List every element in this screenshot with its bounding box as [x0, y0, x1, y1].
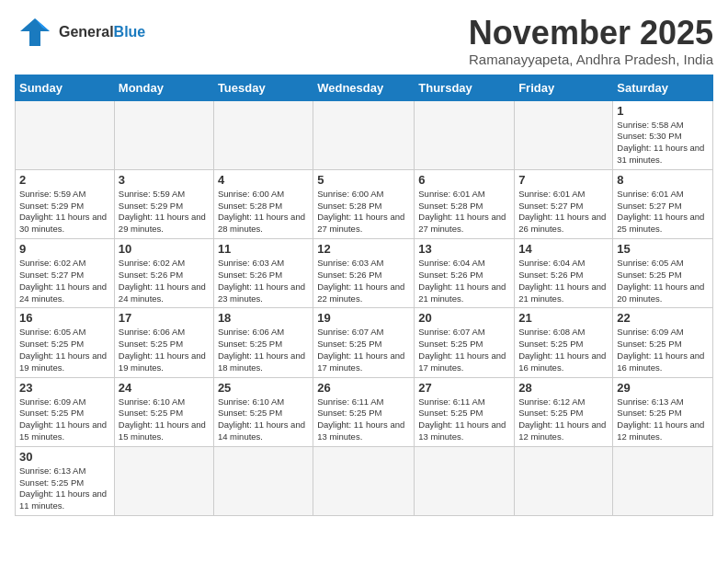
- cell-sun-info: Sunrise: 6:10 AMSunset: 5:25 PMDaylight:…: [119, 396, 210, 443]
- svg-marker-0: [20, 18, 50, 46]
- weekday-header-saturday: Saturday: [613, 75, 713, 100]
- cell-sun-info: Sunrise: 6:06 AMSunset: 5:25 PMDaylight:…: [218, 327, 309, 373]
- cell-sun-info: Sunrise: 6:13 AMSunset: 5:25 PMDaylight:…: [19, 465, 110, 512]
- day-number: 29: [617, 381, 709, 395]
- calendar-cell: [415, 100, 515, 169]
- calendar-cell: 9Sunrise: 6:02 AMSunset: 5:27 PMDaylight…: [16, 239, 115, 308]
- cell-sun-info: Sunrise: 5:58 AMSunset: 5:30 PMDaylight:…: [617, 120, 709, 167]
- calendar-cell: [213, 446, 313, 515]
- logo-general: General: [59, 24, 114, 40]
- calendar-week-row: 1Sunrise: 5:58 AMSunset: 5:30 PMDaylight…: [16, 100, 713, 169]
- calendar-week-row: 23Sunrise: 6:09 AMSunset: 5:25 PMDayligh…: [16, 377, 713, 446]
- cell-sun-info: Sunrise: 6:11 AMSunset: 5:25 PMDaylight:…: [317, 396, 410, 443]
- cell-sun-info: Sunrise: 6:11 AMSunset: 5:25 PMDaylight:…: [418, 396, 510, 443]
- day-number: 1: [617, 104, 709, 118]
- calendar-cell: [515, 100, 613, 169]
- calendar-cell: 12Sunrise: 6:03 AMSunset: 5:26 PMDayligh…: [313, 239, 415, 308]
- calendar-cell: 20Sunrise: 6:07 AMSunset: 5:25 PMDayligh…: [415, 308, 515, 377]
- day-number: 27: [418, 381, 510, 395]
- calendar-week-row: 2Sunrise: 5:59 AMSunset: 5:29 PMDaylight…: [16, 169, 713, 238]
- day-number: 30: [19, 450, 110, 464]
- cell-sun-info: Sunrise: 6:03 AMSunset: 5:26 PMDaylight:…: [317, 258, 410, 304]
- day-number: 18: [218, 311, 309, 325]
- page-header: GeneralBlue November 2025 Ramanayyapeta,…: [15, 15, 713, 67]
- cell-sun-info: Sunrise: 6:13 AMSunset: 5:25 PMDaylight:…: [617, 396, 709, 443]
- weekday-header-monday: Monday: [114, 75, 213, 100]
- cell-sun-info: Sunrise: 6:09 AMSunset: 5:25 PMDaylight:…: [19, 396, 110, 443]
- day-number: 12: [317, 242, 410, 256]
- day-number: 19: [317, 311, 410, 325]
- calendar-cell: 14Sunrise: 6:04 AMSunset: 5:26 PMDayligh…: [515, 239, 613, 308]
- day-number: 21: [518, 311, 609, 325]
- cell-sun-info: Sunrise: 6:03 AMSunset: 5:26 PMDaylight:…: [218, 258, 309, 304]
- cell-sun-info: Sunrise: 6:07 AMSunset: 5:25 PMDaylight:…: [317, 327, 410, 373]
- calendar-cell: 4Sunrise: 6:00 AMSunset: 5:28 PMDaylight…: [213, 169, 313, 238]
- cell-sun-info: Sunrise: 6:10 AMSunset: 5:25 PMDaylight:…: [218, 396, 309, 443]
- calendar-week-row: 9Sunrise: 6:02 AMSunset: 5:27 PMDaylight…: [16, 239, 713, 308]
- calendar-cell: 21Sunrise: 6:08 AMSunset: 5:25 PMDayligh…: [515, 308, 613, 377]
- calendar-cell: [213, 100, 313, 169]
- day-number: 25: [218, 381, 309, 395]
- calendar-cell: [313, 100, 415, 169]
- cell-sun-info: Sunrise: 6:12 AMSunset: 5:25 PMDaylight:…: [518, 396, 609, 443]
- logo: GeneralBlue: [15, 15, 145, 50]
- cell-sun-info: Sunrise: 5:59 AMSunset: 5:29 PMDaylight:…: [19, 189, 110, 236]
- calendar-cell: 27Sunrise: 6:11 AMSunset: 5:25 PMDayligh…: [415, 377, 515, 446]
- cell-sun-info: Sunrise: 6:05 AMSunset: 5:25 PMDaylight:…: [617, 258, 709, 304]
- location: Ramanayyapeta, Andhra Pradesh, India: [469, 52, 713, 67]
- cell-sun-info: Sunrise: 6:01 AMSunset: 5:28 PMDaylight:…: [418, 189, 510, 236]
- day-number: 3: [119, 173, 210, 187]
- calendar-week-row: 16Sunrise: 6:05 AMSunset: 5:25 PMDayligh…: [16, 308, 713, 377]
- calendar-cell: 6Sunrise: 6:01 AMSunset: 5:28 PMDaylight…: [415, 169, 515, 238]
- day-number: 4: [218, 173, 309, 187]
- calendar-cell: 1Sunrise: 5:58 AMSunset: 5:30 PMDaylight…: [613, 100, 713, 169]
- cell-sun-info: Sunrise: 6:04 AMSunset: 5:26 PMDaylight:…: [418, 258, 510, 304]
- calendar-cell: [114, 446, 213, 515]
- day-number: 2: [19, 173, 110, 187]
- day-number: 24: [119, 381, 210, 395]
- weekday-header-row: SundayMondayTuesdayWednesdayThursdayFrid…: [16, 75, 713, 100]
- day-number: 14: [518, 242, 609, 256]
- cell-sun-info: Sunrise: 6:00 AMSunset: 5:28 PMDaylight:…: [317, 189, 410, 236]
- logo-blue: Blue: [114, 24, 146, 40]
- day-number: 28: [518, 381, 609, 395]
- calendar-cell: 13Sunrise: 6:04 AMSunset: 5:26 PMDayligh…: [415, 239, 515, 308]
- calendar-cell: [415, 446, 515, 515]
- day-number: 23: [19, 381, 110, 395]
- cell-sun-info: Sunrise: 5:59 AMSunset: 5:29 PMDaylight:…: [119, 189, 210, 236]
- day-number: 17: [119, 311, 210, 325]
- calendar-cell: 28Sunrise: 6:12 AMSunset: 5:25 PMDayligh…: [515, 377, 613, 446]
- calendar-cell: 5Sunrise: 6:00 AMSunset: 5:28 PMDaylight…: [313, 169, 415, 238]
- cell-sun-info: Sunrise: 6:01 AMSunset: 5:27 PMDaylight:…: [518, 189, 609, 236]
- calendar-cell: 10Sunrise: 6:02 AMSunset: 5:26 PMDayligh…: [114, 239, 213, 308]
- month-title: November 2025: [469, 15, 713, 52]
- cell-sun-info: Sunrise: 6:01 AMSunset: 5:27 PMDaylight:…: [617, 189, 709, 236]
- cell-sun-info: Sunrise: 6:09 AMSunset: 5:25 PMDaylight:…: [617, 327, 709, 373]
- calendar-cell: [313, 446, 415, 515]
- day-number: 22: [617, 311, 709, 325]
- day-number: 20: [418, 311, 510, 325]
- cell-sun-info: Sunrise: 6:04 AMSunset: 5:26 PMDaylight:…: [518, 258, 609, 304]
- calendar-cell: 15Sunrise: 6:05 AMSunset: 5:25 PMDayligh…: [613, 239, 713, 308]
- day-number: 15: [617, 242, 709, 256]
- calendar-cell: 7Sunrise: 6:01 AMSunset: 5:27 PMDaylight…: [515, 169, 613, 238]
- calendar-cell: 18Sunrise: 6:06 AMSunset: 5:25 PMDayligh…: [213, 308, 313, 377]
- calendar-cell: 29Sunrise: 6:13 AMSunset: 5:25 PMDayligh…: [613, 377, 713, 446]
- cell-sun-info: Sunrise: 6:05 AMSunset: 5:25 PMDaylight:…: [19, 327, 110, 373]
- weekday-header-thursday: Thursday: [415, 75, 515, 100]
- calendar-table: SundayMondayTuesdayWednesdayThursdayFrid…: [15, 75, 713, 517]
- day-number: 9: [19, 242, 110, 256]
- calendar-cell: 30Sunrise: 6:13 AMSunset: 5:25 PMDayligh…: [16, 446, 115, 515]
- day-number: 7: [518, 173, 609, 187]
- calendar-cell: 11Sunrise: 6:03 AMSunset: 5:26 PMDayligh…: [213, 239, 313, 308]
- calendar-cell: 24Sunrise: 6:10 AMSunset: 5:25 PMDayligh…: [114, 377, 213, 446]
- calendar-cell: [114, 100, 213, 169]
- weekday-header-sunday: Sunday: [16, 75, 115, 100]
- day-number: 10: [119, 242, 210, 256]
- logo-icon: [15, 15, 55, 50]
- calendar-week-row: 30Sunrise: 6:13 AMSunset: 5:25 PMDayligh…: [16, 446, 713, 515]
- day-number: 6: [418, 173, 510, 187]
- day-number: 16: [19, 311, 110, 325]
- weekday-header-wednesday: Wednesday: [313, 75, 415, 100]
- day-number: 11: [218, 242, 309, 256]
